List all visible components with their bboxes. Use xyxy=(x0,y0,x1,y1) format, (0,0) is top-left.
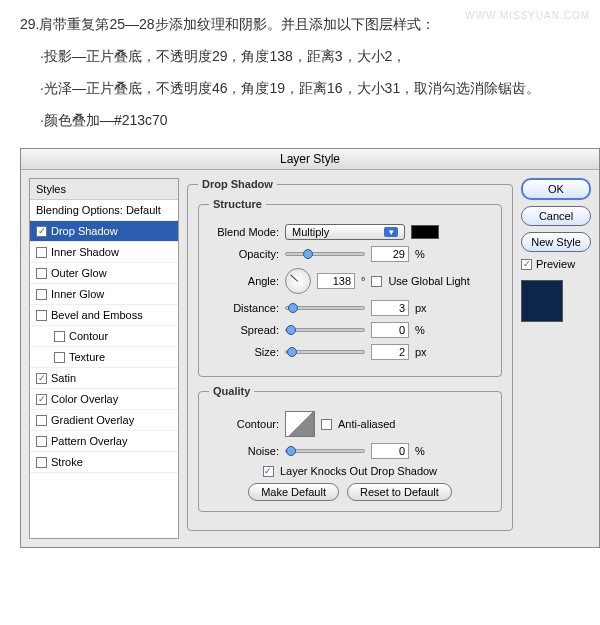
intro-line-3: ·光泽—正片叠底，不透明度46，角度19，距离16，大小31，取消勾选消除锯齿。 xyxy=(20,74,580,102)
dialog-title: Layer Style xyxy=(21,149,599,170)
size-label: Size: xyxy=(209,346,279,358)
effect-stroke[interactable]: Stroke xyxy=(30,452,178,473)
checkbox-satin[interactable]: ✓ xyxy=(36,373,47,384)
unit-px: px xyxy=(415,346,427,358)
unit-pct: % xyxy=(415,445,425,457)
blending-options-row[interactable]: Blending Options: Default xyxy=(30,200,178,221)
spread-slider[interactable] xyxy=(285,328,365,332)
blend-mode-label: Blend Mode: xyxy=(209,226,279,238)
preview-checkbox[interactable]: ✓ xyxy=(521,259,532,270)
use-global-light-label: Use Global Light xyxy=(388,275,469,287)
size-value[interactable]: 2 xyxy=(371,344,409,360)
ok-button[interactable]: OK xyxy=(521,178,591,200)
effect-label: Satin xyxy=(51,372,76,384)
shadow-color-swatch[interactable] xyxy=(411,225,439,239)
quality-group: Quality Contour: Anti-aliased Noise: 0 % xyxy=(198,385,502,512)
quality-legend: Quality xyxy=(209,385,254,397)
intro-line-4: ·颜色叠加—#213c70 xyxy=(20,106,580,134)
checkbox-outer-glow[interactable] xyxy=(36,268,47,279)
angle-value[interactable]: 138 xyxy=(317,273,355,289)
checkbox-stroke[interactable] xyxy=(36,457,47,468)
intro-line-2: ·投影—正片叠底，不透明度29，角度138，距离3，大小2， xyxy=(20,42,580,70)
unit-deg: ° xyxy=(361,275,365,287)
noise-slider[interactable] xyxy=(285,449,365,453)
unit-pct: % xyxy=(415,324,425,336)
anti-aliased-label: Anti-aliased xyxy=(338,418,395,430)
settings-panel: Drop Shadow Structure Blend Mode: Multip… xyxy=(187,178,513,539)
drop-shadow-legend: Drop Shadow xyxy=(198,178,277,190)
checkbox-bevel-emboss[interactable] xyxy=(36,310,47,321)
effect-satin[interactable]: ✓Satin xyxy=(30,368,178,389)
effect-inner-glow[interactable]: Inner Glow xyxy=(30,284,178,305)
checkbox-pattern-overlay[interactable] xyxy=(36,436,47,447)
effect-bevel-emboss[interactable]: Bevel and Emboss xyxy=(30,305,178,326)
distance-slider[interactable] xyxy=(285,306,365,310)
unit-px: px xyxy=(415,302,427,314)
effect-outer-glow[interactable]: Outer Glow xyxy=(30,263,178,284)
spread-value[interactable]: 0 xyxy=(371,322,409,338)
dialog-action-column: OK Cancel New Style ✓ Preview xyxy=(521,178,591,539)
effect-label: Bevel and Emboss xyxy=(51,309,143,321)
cancel-button[interactable]: Cancel xyxy=(521,206,591,226)
distance-value[interactable]: 3 xyxy=(371,300,409,316)
effect-label: Drop Shadow xyxy=(51,225,118,237)
opacity-slider[interactable] xyxy=(285,252,365,256)
watermark: WWW.MISSYUAN.COM xyxy=(465,10,590,21)
new-style-button[interactable]: New Style xyxy=(521,232,591,252)
checkbox-gradient-overlay[interactable] xyxy=(36,415,47,426)
size-slider[interactable] xyxy=(285,350,365,354)
preview-label: Preview xyxy=(536,258,575,270)
effect-gradient-overlay[interactable]: Gradient Overlay xyxy=(30,410,178,431)
effect-label: Outer Glow xyxy=(51,267,107,279)
checkbox-color-overlay[interactable]: ✓ xyxy=(36,394,47,405)
checkbox-drop-shadow[interactable]: ✓ xyxy=(36,226,47,237)
angle-dial[interactable] xyxy=(285,268,311,294)
effect-inner-shadow[interactable]: Inner Shadow xyxy=(30,242,178,263)
checkbox-inner-glow[interactable] xyxy=(36,289,47,300)
effect-label: Color Overlay xyxy=(51,393,118,405)
opacity-value[interactable]: 29 xyxy=(371,246,409,262)
effect-drop-shadow[interactable]: ✓ Drop Shadow xyxy=(30,221,178,242)
use-global-light-checkbox[interactable] xyxy=(371,276,382,287)
distance-label: Distance: xyxy=(209,302,279,314)
knocks-out-label: Layer Knocks Out Drop Shadow xyxy=(280,465,437,477)
contour-label: Contour: xyxy=(209,418,279,430)
instruction-text: 29.肩带重复第25—28步添加纹理和阴影。并且添加以下图层样式： ·投影—正片… xyxy=(0,0,600,148)
styles-header[interactable]: Styles xyxy=(30,179,178,200)
noise-value[interactable]: 0 xyxy=(371,443,409,459)
effect-label: Gradient Overlay xyxy=(51,414,134,426)
blend-mode-select[interactable]: Multiply ▾ xyxy=(285,224,405,240)
effect-label: Texture xyxy=(69,351,105,363)
styles-list: Styles Blending Options: Default ✓ Drop … xyxy=(29,178,179,539)
anti-aliased-checkbox[interactable] xyxy=(321,419,332,430)
knocks-out-checkbox[interactable]: ✓ xyxy=(263,466,274,477)
drop-shadow-group: Drop Shadow Structure Blend Mode: Multip… xyxy=(187,178,513,531)
effect-label: Inner Glow xyxy=(51,288,104,300)
effect-texture[interactable]: Texture xyxy=(30,347,178,368)
make-default-button[interactable]: Make Default xyxy=(248,483,339,501)
blend-mode-value: Multiply xyxy=(292,226,329,238)
spread-label: Spread: xyxy=(209,324,279,336)
structure-legend: Structure xyxy=(209,198,266,210)
angle-label: Angle: xyxy=(209,275,279,287)
preview-swatch xyxy=(521,280,563,322)
checkbox-contour[interactable] xyxy=(54,331,65,342)
contour-picker[interactable] xyxy=(285,411,315,437)
effect-pattern-overlay[interactable]: Pattern Overlay xyxy=(30,431,178,452)
noise-label: Noise: xyxy=(209,445,279,457)
effect-label: Contour xyxy=(69,330,108,342)
effect-label: Pattern Overlay xyxy=(51,435,127,447)
checkbox-inner-shadow[interactable] xyxy=(36,247,47,258)
chevron-down-icon: ▾ xyxy=(384,227,398,237)
unit-pct: % xyxy=(415,248,425,260)
opacity-label: Opacity: xyxy=(209,248,279,260)
structure-group: Structure Blend Mode: Multiply ▾ Opacity… xyxy=(198,198,502,377)
effect-label: Inner Shadow xyxy=(51,246,119,258)
layer-style-dialog: Layer Style Styles Blending Options: Def… xyxy=(20,148,600,548)
effect-contour[interactable]: Contour xyxy=(30,326,178,347)
checkbox-texture[interactable] xyxy=(54,352,65,363)
effect-label: Stroke xyxy=(51,456,83,468)
effect-color-overlay[interactable]: ✓Color Overlay xyxy=(30,389,178,410)
reset-default-button[interactable]: Reset to Default xyxy=(347,483,452,501)
